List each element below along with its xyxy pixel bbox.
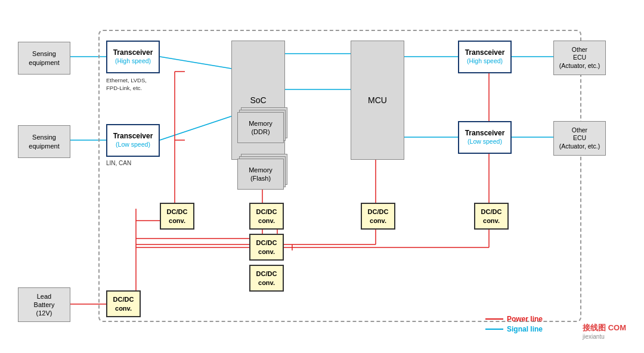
power-line-legend: Power line (485, 315, 543, 323)
other-ecu-2: Other ECU (Actuator, etc.) (553, 121, 606, 156)
ethernet-label: Ethernet, LVDS, FPD-Link, etc. (106, 76, 147, 92)
dcdc-soc-2: DC/DC conv. (249, 234, 284, 261)
sensing-equipment-2: Sensing equipment (18, 125, 70, 158)
dcdc-left: DC/DC conv. (160, 203, 194, 230)
power-line-sample (485, 318, 503, 320)
signal-line-label: Signal line (507, 325, 543, 333)
main-ecu-box (98, 30, 581, 322)
diagram-container: Sensing equipment Sensing equipment Lead… (6, 12, 638, 346)
dcdc-mcu: DC/DC conv. (361, 203, 395, 230)
mcu-box: MCU (351, 41, 404, 160)
sensing-equipment-1: Sensing equipment (18, 42, 70, 75)
power-line-label: Power line (507, 315, 543, 323)
watermark: 接线图 COM jiexiantu (583, 323, 626, 340)
memory-ddr: Memory (DDR) (237, 112, 284, 143)
lead-battery: Lead Battery (12V) (18, 287, 70, 322)
memory-flash: Memory (Flash) (237, 159, 284, 190)
other-ecu-1: Other ECU (Actuator, etc.) (553, 41, 606, 75)
lin-can-label: LIN, CAN (106, 160, 131, 166)
dcdc-soc-3: DC/DC conv. (249, 265, 284, 292)
transceiver-left-low: Transceiver (Low speed) (106, 124, 160, 157)
legend: Power line Signal line (485, 315, 543, 335)
transceiver-right-low: Transceiver (Low speed) (458, 121, 512, 154)
transceiver-left-high: Transceiver (High speed) (106, 41, 160, 73)
signal-line-legend: Signal line (485, 325, 543, 333)
dcdc-right: DC/DC conv. (474, 203, 509, 230)
dcdc-battery: DC/DC conv. (106, 290, 141, 317)
dcdc-soc-1: DC/DC conv. (249, 203, 284, 230)
transceiver-right-high: Transceiver (High speed) (458, 41, 512, 73)
signal-line-sample (485, 329, 503, 330)
